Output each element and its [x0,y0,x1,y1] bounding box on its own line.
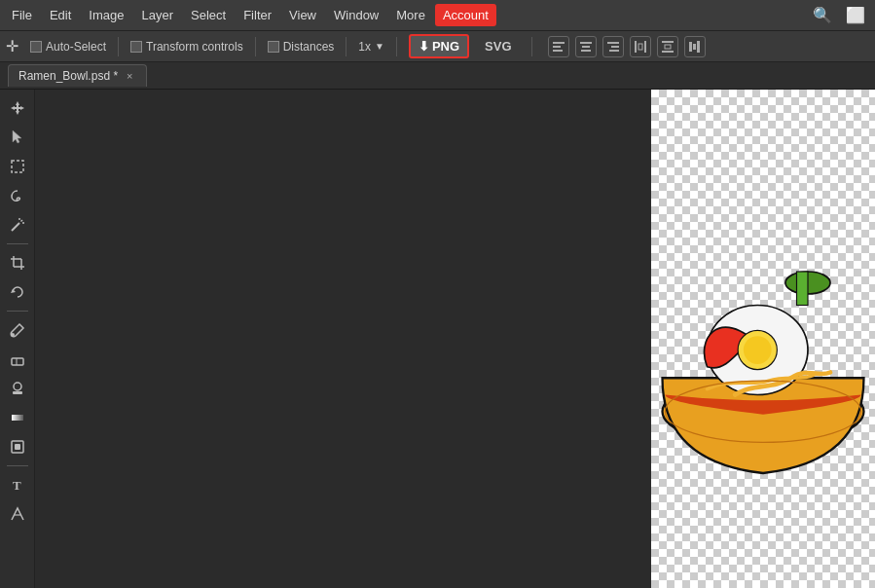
svg-rect-17 [697,41,700,53]
auto-select-label: Auto-Select [46,40,106,54]
lasso-tool-button[interactable] [5,183,30,208]
menu-select[interactable]: Select [183,4,234,26]
svg-rect-7 [611,46,619,48]
marquee-tool-button[interactable] [5,154,30,179]
zoom-label: 1x [358,40,371,54]
svg-rect-34 [12,415,23,421]
more-align-button[interactable] [684,36,706,57]
menu-filter[interactable]: Filter [236,4,279,26]
svg-label: SVG [485,39,511,54]
download-icon: ⬇ [419,39,429,54]
svg-rect-15 [689,42,692,52]
left-toolbar: T [0,90,35,588]
menu-view[interactable]: View [281,4,324,26]
svg-rect-42 [797,272,809,306]
svg-rect-0 [553,42,565,44]
main-area: T [0,90,875,588]
pointer-tool-button[interactable] [5,125,30,150]
svg-rect-11 [638,44,642,50]
canvas-content [651,90,875,588]
move-tool-button[interactable] [5,95,30,121]
auto-select-checkbox[interactable] [30,41,42,53]
menu-file[interactable]: File [4,4,40,26]
brush-tool-button[interactable] [5,317,30,343]
transform-controls-toggle[interactable]: Transform controls [130,40,243,54]
svg-point-29 [11,333,15,337]
align-tools [548,36,706,57]
svg-rect-36 [15,444,20,450]
svg-point-32 [14,383,21,390]
separator-4 [396,37,397,56]
distances-label: Distances [283,40,335,54]
svg-rect-8 [609,50,619,52]
align-left-button[interactable] [548,36,569,57]
svg-rect-3 [580,42,592,44]
svg-point-44 [744,336,772,364]
svg-text:T: T [13,478,21,493]
zoom-dropdown[interactable]: 1x ▼ [358,40,384,54]
crop-tool-button[interactable] [5,250,30,276]
distances-checkbox[interactable] [268,41,279,53]
svg-rect-30 [12,358,23,365]
distribute-vert-button[interactable] [657,36,678,57]
svg-rect-14 [665,45,671,49]
file-tab[interactable]: Ramen_Bowl.psd * × [8,64,147,87]
toolbar: ✛ Auto-Select Transform controls Distanc… [0,31,875,62]
svg-marker-28 [11,289,16,293]
transform-label: Transform controls [146,40,243,54]
svg-line-20 [12,223,19,231]
shape-tool-button[interactable] [5,434,30,459]
separator-2 [255,37,256,56]
magic-wand-button[interactable] [5,212,30,238]
transform-checkbox[interactable] [130,41,142,53]
align-right-button[interactable] [602,36,624,57]
menu-more[interactable]: More [388,4,433,26]
svg-rect-2 [553,50,563,52]
svg-rect-4 [582,46,590,48]
menu-image[interactable]: Image [81,4,131,26]
zoom-chevron: ▼ [375,41,384,52]
svg-export-button[interactable]: SVG [477,36,519,56]
text-tool-button[interactable]: T [5,472,30,497]
canvas-area[interactable] [35,90,875,588]
auto-select-toggle[interactable]: Auto-Select [30,40,106,54]
svg-rect-16 [693,44,696,50]
tab-filename: Ramen_Bowl.psd * [18,69,118,83]
svg-rect-13 [662,51,674,53]
svg-rect-9 [635,41,637,53]
separator-1 [118,37,119,56]
eraser-tool-button[interactable] [5,347,30,372]
svg-line-23 [20,220,22,222]
svg-rect-12 [662,41,674,43]
svg-rect-5 [581,50,591,52]
separator-5 [531,37,532,56]
svg-rect-33 [13,391,22,394]
stamp-tool-button[interactable] [5,376,30,401]
menu-window[interactable]: Window [326,4,386,26]
tool-separator-1 [7,243,28,244]
rotate-tool-button[interactable] [5,279,30,305]
png-label: PNG [432,39,459,54]
move-tool-icon: ✛ [6,37,18,55]
distribute-horiz-button[interactable] [630,36,651,57]
expand-icon[interactable]: ⬜ [840,2,871,28]
gradient-tool-button[interactable] [5,405,30,430]
pen-tool-button[interactable] [5,501,30,527]
tab-close-button[interactable]: × [124,69,135,83]
separator-3 [346,37,346,56]
png-export-button[interactable]: ⬇ PNG [409,34,469,58]
tool-separator-3 [7,465,28,466]
menu-edit[interactable]: Edit [42,4,79,26]
svg-rect-19 [12,161,23,172]
svg-rect-10 [644,41,646,53]
search-icon[interactable]: 🔍 [807,2,838,28]
svg-rect-6 [607,42,619,44]
menu-account[interactable]: Account [435,4,496,26]
menu-bar: File Edit Image Layer Select Filter View… [0,0,875,31]
menu-layer[interactable]: Layer [134,4,182,26]
distances-toggle[interactable]: Distances [268,40,335,54]
tool-separator-2 [7,311,28,312]
svg-rect-1 [553,46,561,48]
tab-bar: Ramen_Bowl.psd * × [0,62,875,90]
align-center-button[interactable] [575,36,597,57]
